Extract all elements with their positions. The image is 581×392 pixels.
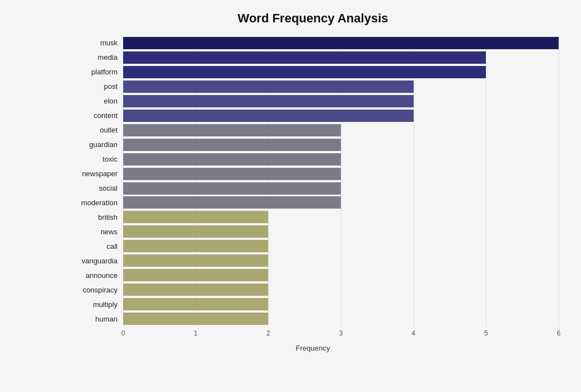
x-tick: 0 — [121, 329, 125, 337]
bar-label: toxic — [67, 155, 123, 163]
bar — [123, 269, 268, 281]
bar-row: conspiracy — [67, 282, 559, 297]
bar-row: human — [67, 311, 559, 326]
bar-row: vanguardia — [67, 253, 559, 268]
bar-row: newspaper — [67, 167, 559, 181]
bar — [123, 182, 341, 195]
bar-label: multiply — [67, 300, 123, 309]
bar — [123, 81, 414, 93]
bar — [123, 168, 341, 180]
bar — [123, 153, 341, 166]
bar-label: vanguardia — [67, 257, 123, 265]
bar — [123, 124, 341, 136]
bar-label: news — [67, 228, 123, 236]
bar-row: call — [67, 239, 559, 253]
bar-label: human — [67, 315, 123, 323]
bar-label: announce — [67, 271, 123, 280]
bar — [123, 298, 268, 310]
bar-label: guardian — [67, 140, 123, 149]
bar-row: musk — [67, 36, 559, 50]
bar-label: elon — [67, 97, 123, 105]
bar — [123, 139, 341, 151]
bar-label: call — [67, 242, 123, 251]
x-tick: 2 — [266, 329, 270, 337]
bar-row: british — [67, 210, 559, 224]
x-tick: 5 — [484, 329, 488, 337]
bar — [123, 51, 486, 64]
chart-container: Word Frequency Analysis muskmediaplatfor… — [0, 0, 581, 392]
bar — [123, 254, 268, 267]
bar — [123, 110, 414, 122]
bar-row: social — [67, 181, 559, 196]
x-tick: 6 — [557, 329, 561, 337]
bar — [123, 240, 268, 252]
bar-row: guardian — [67, 138, 559, 152]
x-axis-label: Frequency — [67, 344, 559, 352]
bar-row: content — [67, 108, 559, 123]
chart-title: Word Frequency Analysis — [67, 11, 559, 26]
bar — [123, 95, 414, 107]
bar-label: newspaper — [67, 169, 123, 178]
bar-row: moderation — [67, 195, 559, 210]
bar-label: outlet — [67, 126, 123, 134]
bar — [123, 211, 268, 223]
bar-label: social — [67, 184, 123, 192]
bar-label: british — [67, 213, 123, 221]
bar — [123, 225, 268, 238]
bar-row: news — [67, 224, 559, 239]
bar — [123, 196, 341, 209]
bar — [123, 66, 486, 78]
bar-row: outlet — [67, 123, 559, 138]
bar-row: media — [67, 50, 559, 65]
bar — [123, 313, 268, 325]
bar-label: post — [67, 82, 123, 91]
bar-row: multiply — [67, 297, 559, 311]
x-tick: 1 — [194, 329, 198, 337]
bar-label: content — [67, 111, 123, 120]
bar-row: post — [67, 79, 559, 94]
bar-label: conspiracy — [67, 286, 123, 294]
bar-label: moderation — [67, 199, 123, 207]
bar-label: platform — [67, 68, 123, 76]
bar-label: media — [67, 53, 123, 62]
bar-row: toxic — [67, 152, 559, 167]
bar — [123, 37, 559, 49]
x-tick: 4 — [411, 329, 415, 337]
bar-row: announce — [67, 268, 559, 282]
bar-row: elon — [67, 94, 559, 108]
bar-label: musk — [67, 39, 123, 47]
bar-row: platform — [67, 65, 559, 79]
x-tick: 3 — [339, 329, 343, 337]
bar — [123, 284, 268, 296]
